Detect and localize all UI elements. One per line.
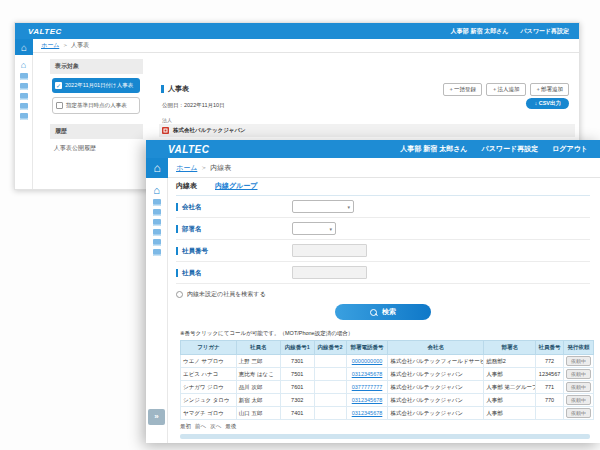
house-icon[interactable]: ⌂	[15, 60, 32, 70]
request-pending-button[interactable]: 依頼中	[566, 369, 591, 379]
phone-link[interactable]: 0312345678	[352, 371, 383, 377]
chevron-down-icon: ▾	[329, 226, 332, 232]
specified-date-table-label: 指定基準日時点の人事表	[66, 102, 127, 109]
add-department-button[interactable]: ＋部署追加	[530, 83, 570, 96]
col-extension-2: 内線番号2	[314, 341, 346, 355]
cell-emp-no: 770	[536, 394, 564, 407]
company-name: 株式会社バルテックジャパン	[173, 127, 246, 134]
home-icon[interactable]: ⌂	[146, 158, 168, 178]
password-reset-link[interactable]: パスワード再設定	[482, 144, 539, 154]
company-select[interactable]: ▾	[292, 200, 354, 213]
csv-export-label: CSV出力	[539, 100, 561, 106]
current-personnel-table-button[interactable]: ✓ 2022年11月01日付け人事表	[52, 78, 140, 93]
employee-number-input[interactable]	[292, 244, 367, 257]
display-target-title: 表示対象	[50, 59, 143, 74]
company-icon	[162, 127, 169, 134]
display-target-panel: 表示対象 ✓ 2022年11月01日付け人事表 指定基準日時点の人事表 履歴 人…	[50, 59, 143, 153]
unset-extension-label: 内線未設定の社員を検索する	[187, 290, 266, 299]
cell-ext1: 7601	[280, 381, 314, 394]
menu-icon-1[interactable]	[153, 199, 161, 206]
employee-name-label: 社員名	[176, 269, 202, 277]
download-icon: ↓	[534, 100, 537, 106]
pagination-first[interactable]: 最初	[180, 423, 191, 430]
department-label: 部署名	[176, 225, 202, 233]
house-icon[interactable]: ⌂	[146, 184, 167, 196]
history-item[interactable]: 人事表公開履歴	[50, 139, 143, 153]
call-note: ※番号クリックにてコールが可能です。（MOT/Phone設定済の場合）	[180, 330, 590, 337]
breadcrumb-home-link[interactable]: ホーム	[41, 41, 59, 50]
menu-icon-6[interactable]	[153, 249, 161, 256]
cell-ext2	[314, 368, 346, 381]
valtec-logo: VALTEC	[28, 27, 62, 36]
icon-sidebar: ⌂ ⌂ »	[146, 158, 168, 443]
request-pending-button[interactable]: 依頼中	[566, 395, 591, 405]
pagination-prev[interactable]: 前へ	[195, 423, 206, 430]
request-pending-button[interactable]: 依頼中	[566, 408, 591, 418]
phone-link[interactable]: 0000000000	[352, 358, 383, 364]
menu-icon-5[interactable]	[20, 113, 28, 120]
search-label: 検索	[382, 307, 396, 317]
tab-extension-group[interactable]: 内線グループ	[215, 181, 258, 191]
phone-link[interactable]: 0377777777	[352, 384, 383, 390]
col-extension-1: 内線番号1	[280, 341, 314, 355]
form-row-employee-number: 社員番号	[176, 240, 590, 262]
table-row: シナガワ ジロウ 品川 次郎 7601 0377777777 株式会社バルテック…	[181, 381, 594, 394]
pagination-last[interactable]: 最後	[225, 423, 236, 430]
bulk-register-button[interactable]: ＋一括登録	[443, 83, 483, 96]
menu-icon-2[interactable]	[20, 83, 28, 90]
cell-ext1: 7401	[280, 407, 314, 420]
department-select[interactable]: ▾	[292, 222, 336, 235]
table-row: シンジュク タロウ 新宿 太郎 7302 0312345678 株式会社バルテッ…	[181, 394, 594, 407]
sidebar-expander-button[interactable]: »	[148, 409, 165, 425]
add-corporation-button[interactable]: ＋法人追加	[486, 83, 526, 96]
password-reset-link[interactable]: パスワード再設定	[520, 27, 569, 36]
cell-ext2	[314, 381, 346, 394]
icon-sidebar: ⌂ ⌂	[15, 39, 33, 189]
menu-icon-2[interactable]	[153, 209, 161, 216]
cell-name: 山口 五郎	[236, 407, 280, 420]
breadcrumb-home-link[interactable]: ホーム	[176, 163, 197, 173]
menu-icon-3[interactable]	[153, 219, 161, 226]
cell-kana: ウエノ サブロウ	[181, 355, 237, 368]
breadcrumb-current: 人事表	[71, 41, 89, 50]
breadcrumb: ホーム ＞ 内線表	[146, 158, 600, 178]
table-header-row: フリガナ 社員名 内線番号1 内線番号2 部署電話番号 会社名 部署名 社員番号…	[181, 341, 594, 355]
horizontal-scrollbar[interactable]	[180, 434, 590, 439]
request-pending-button[interactable]: 依頼中	[566, 382, 591, 392]
company-band: 株式会社バルテックジャパン	[159, 124, 575, 137]
menu-icon-5[interactable]	[153, 239, 161, 246]
logout-link[interactable]: ログアウト	[552, 144, 588, 154]
menu-icon-4[interactable]	[20, 103, 28, 110]
menu-icon-3[interactable]	[20, 93, 28, 100]
col-kana: フリガナ	[181, 341, 237, 355]
page-title: 人事表	[161, 85, 189, 93]
phone-link[interactable]: 0312345678	[352, 397, 383, 403]
cell-name: 上野 三郎	[236, 355, 280, 368]
cell-company: 株式会社バルテックジャパン	[388, 407, 484, 420]
col-company: 会社名	[388, 341, 484, 355]
col-department: 部署名	[484, 341, 536, 355]
specified-date-table-button[interactable]: 指定基準日時点の人事表	[52, 97, 140, 114]
company-label: 会社名	[176, 203, 202, 211]
unset-extension-checkbox[interactable]	[176, 291, 183, 298]
phone-link[interactable]: 0312345678	[352, 410, 383, 416]
employee-name-input[interactable]	[292, 266, 367, 279]
search-button[interactable]: 検索	[335, 304, 431, 320]
cell-company: 株式会社バルテックジャパン	[388, 394, 484, 407]
csv-export-button[interactable]: ↓ CSV出力	[526, 98, 569, 109]
cell-kana: シナガワ ジロウ	[181, 381, 237, 394]
home-icon[interactable]: ⌂	[15, 39, 33, 55]
menu-icon-1[interactable]	[20, 73, 28, 80]
cell-emp-no: 771	[536, 381, 564, 394]
front-main-area: 内線表 内線グループ 会社名 ▾ 部署名 ▾ 社員番号 社員名 内線未設定の社員…	[176, 178, 590, 443]
request-pending-button[interactable]: 依頼中	[566, 356, 591, 366]
col-employee-number: 社員番号	[536, 341, 564, 355]
employee-number-label: 社員番号	[176, 247, 208, 255]
current-personnel-table-label: 2022年11月01日付け人事表	[65, 82, 133, 89]
pagination-next[interactable]: 次へ	[210, 423, 221, 430]
tab-extension-list[interactable]: 内線表	[176, 181, 197, 191]
menu-icon-4[interactable]	[153, 229, 161, 236]
breadcrumb-separator: ＞	[62, 41, 68, 50]
corporation-label: 法人	[162, 117, 172, 123]
form-row-department: 部署名 ▾	[176, 218, 590, 240]
